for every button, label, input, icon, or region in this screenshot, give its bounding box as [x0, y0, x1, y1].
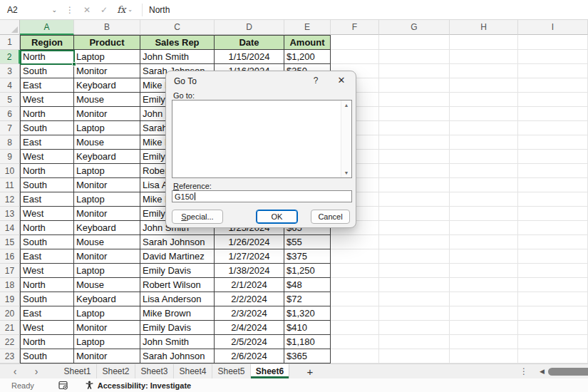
- cell-G22[interactable]: [379, 335, 450, 349]
- cell-H6[interactable]: [450, 107, 518, 121]
- row-header-22[interactable]: 22: [0, 335, 20, 349]
- cell-H10[interactable]: [450, 164, 518, 178]
- cell-B14[interactable]: Keyboard: [74, 221, 140, 235]
- help-icon[interactable]: ?: [311, 76, 321, 86]
- cell-A5[interactable]: West: [20, 93, 74, 107]
- sheet-tab-sheet3[interactable]: Sheet3: [135, 364, 174, 378]
- cell-B4[interactable]: Keyboard: [74, 78, 140, 93]
- cell-E20[interactable]: $1,320: [284, 306, 331, 321]
- name-box[interactable]: A2 ⌄: [0, 5, 61, 15]
- cell-A8[interactable]: East: [20, 135, 74, 150]
- cell-A12[interactable]: East: [20, 192, 74, 207]
- cell-A21[interactable]: West: [20, 321, 74, 335]
- cell-B13[interactable]: Monitor: [74, 207, 140, 221]
- close-icon[interactable]: ✕: [336, 75, 347, 86]
- row-header-9[interactable]: 9: [0, 150, 20, 164]
- cell-F20[interactable]: [331, 306, 379, 321]
- cell-A18[interactable]: North: [20, 278, 74, 292]
- cell-F21[interactable]: [331, 321, 379, 335]
- cell-H9[interactable]: [450, 150, 518, 164]
- cell-H13[interactable]: [450, 207, 518, 221]
- cell-B9[interactable]: Keyboard: [74, 150, 140, 164]
- column-header-G[interactable]: G: [379, 20, 450, 35]
- cancel-entry-icon[interactable]: ✕: [83, 5, 91, 15]
- cell-A23[interactable]: South: [20, 349, 74, 363]
- cell-B20[interactable]: Laptop: [74, 306, 140, 321]
- cell-C18[interactable]: Robert Wilson: [140, 278, 215, 292]
- cell-G12[interactable]: [379, 192, 450, 207]
- cell-C19[interactable]: Lisa Anderson: [140, 292, 215, 306]
- cell-F17[interactable]: [331, 264, 379, 278]
- cell-I1[interactable]: [518, 35, 588, 50]
- cell-I23[interactable]: [518, 349, 588, 363]
- cell-B22[interactable]: Laptop: [74, 335, 140, 349]
- row-header-15[interactable]: 15: [0, 235, 20, 249]
- cell-C2[interactable]: John Smith: [140, 50, 215, 64]
- cell-A6[interactable]: North: [20, 107, 74, 121]
- cell-D18[interactable]: 2/1/2024: [215, 278, 284, 292]
- sheet-tab-sheet1[interactable]: Sheet1: [58, 364, 97, 378]
- fill-handle[interactable]: [72, 62, 76, 66]
- cell-C22[interactable]: John Smith: [140, 335, 215, 349]
- cell-I15[interactable]: [518, 235, 588, 249]
- column-header-B[interactable]: B: [74, 20, 140, 35]
- add-sheet-button[interactable]: +: [299, 364, 321, 378]
- cell-H5[interactable]: [450, 93, 518, 107]
- cell-G21[interactable]: [379, 321, 450, 335]
- cell-E1[interactable]: Amount: [284, 35, 331, 50]
- cell-A10[interactable]: North: [20, 164, 74, 178]
- cell-G23[interactable]: [379, 349, 450, 363]
- cell-I20[interactable]: [518, 306, 588, 321]
- cell-B18[interactable]: Mouse: [74, 278, 140, 292]
- row-header-8[interactable]: 8: [0, 135, 20, 150]
- cell-E15[interactable]: $55: [284, 235, 331, 249]
- cell-E19[interactable]: $72: [284, 292, 331, 306]
- row-header-20[interactable]: 20: [0, 306, 20, 321]
- cell-I12[interactable]: [518, 192, 588, 207]
- cell-G13[interactable]: [379, 207, 450, 221]
- ok-button[interactable]: OK: [256, 210, 298, 224]
- cell-G1[interactable]: [379, 35, 450, 50]
- cell-H14[interactable]: [450, 221, 518, 235]
- row-header-4[interactable]: 4: [0, 78, 20, 93]
- cell-F22[interactable]: [331, 335, 379, 349]
- column-header-D[interactable]: D: [215, 20, 284, 35]
- cell-A13[interactable]: West: [20, 207, 74, 221]
- cell-C16[interactable]: David Martinez: [140, 249, 215, 264]
- cell-G17[interactable]: [379, 264, 450, 278]
- cell-G2[interactable]: [379, 50, 450, 64]
- cell-H19[interactable]: [450, 292, 518, 306]
- cell-A22[interactable]: North: [20, 335, 74, 349]
- column-header-H[interactable]: H: [450, 20, 518, 35]
- confirm-entry-icon[interactable]: ✓: [100, 5, 108, 15]
- cell-D15[interactable]: 1/26/2024: [215, 235, 284, 249]
- chevron-down-icon[interactable]: ⌄: [51, 6, 57, 14]
- cell-E23[interactable]: $365: [284, 349, 331, 363]
- cell-B16[interactable]: Monitor: [74, 249, 140, 264]
- insert-function-icon[interactable]: fx: [117, 4, 125, 15]
- cell-A2[interactable]: North: [20, 50, 74, 64]
- scroll-up-icon[interactable]: ▲: [341, 103, 351, 108]
- cell-F19[interactable]: [331, 292, 379, 306]
- cell-A9[interactable]: West: [20, 150, 74, 164]
- cell-G18[interactable]: [379, 278, 450, 292]
- cell-E17[interactable]: $1,250: [284, 264, 331, 278]
- row-header-5[interactable]: 5: [0, 93, 20, 107]
- cell-B5[interactable]: Mouse: [74, 93, 140, 107]
- more-options-icon[interactable]: ⋮: [66, 5, 74, 15]
- cell-A4[interactable]: East: [20, 78, 74, 93]
- row-header-3[interactable]: 3: [0, 64, 20, 78]
- row-header-12[interactable]: 12: [0, 192, 20, 207]
- scroll-down-icon[interactable]: ▼: [341, 170, 351, 175]
- row-header-14[interactable]: 14: [0, 221, 20, 235]
- cell-I16[interactable]: [518, 249, 588, 264]
- cell-C20[interactable]: Mike Brown: [140, 306, 215, 321]
- cell-F16[interactable]: [331, 249, 379, 264]
- sheet-tab-sheet6[interactable]: Sheet6: [251, 364, 289, 378]
- row-header-6[interactable]: 6: [0, 107, 20, 121]
- cell-B8[interactable]: Mouse: [74, 135, 140, 150]
- list-scrollbar[interactable]: ▲ ▼: [341, 100, 351, 177]
- hscroll-thumb[interactable]: [548, 368, 588, 376]
- cell-G11[interactable]: [379, 178, 450, 192]
- cell-I6[interactable]: [518, 107, 588, 121]
